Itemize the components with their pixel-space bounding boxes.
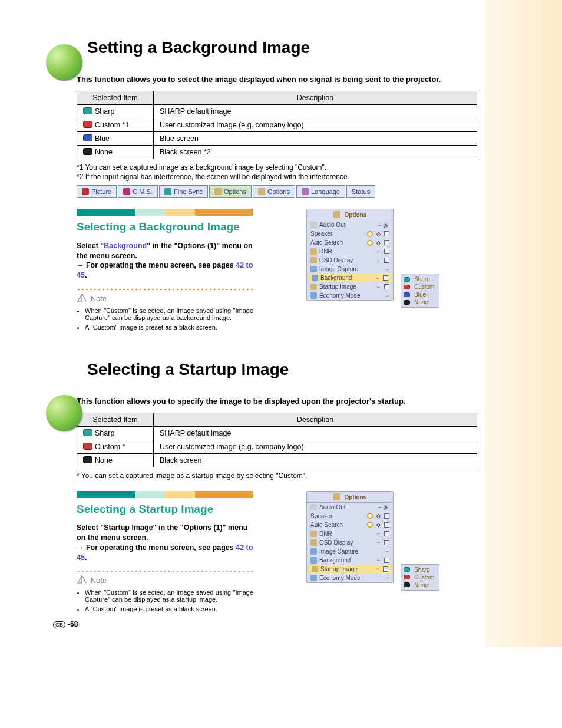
- table-row: Blue Blue screen: [77, 132, 477, 146]
- subheading-selecting-background: Selecting a Background Image: [77, 220, 253, 233]
- note-list-background: When "Custom" is selected, an image save…: [77, 307, 253, 331]
- checkbox-icon: [384, 513, 389, 519]
- list-item: A "Custom" image is preset as a black sc…: [85, 324, 253, 331]
- startup-icon: [310, 284, 317, 290]
- menu-tab-bar: Picture C.M.S. Fine Sync Options Options…: [77, 185, 509, 198]
- swatch-icon: [83, 121, 92, 128]
- section-bullet-icon: [46, 395, 82, 431]
- swatch-icon: [404, 277, 410, 282]
- th-selected-item: Selected Item: [77, 413, 154, 426]
- osd-screenshot-startup: Options Audio Out→ 🔊 Speaker◇ Auto Searc…: [306, 491, 394, 615]
- options-icon: [333, 211, 340, 218]
- footnote-startup: * You can set a captured image as a star…: [77, 471, 509, 480]
- page-number: -68: [68, 620, 78, 628]
- cms-icon: [123, 188, 130, 195]
- checkbox-icon: [384, 240, 389, 245]
- table-row: Sharp SHARP default image: [77, 105, 477, 118]
- table-background-options: Selected Item Description Sharp SHARP de…: [77, 91, 477, 159]
- swatch-icon: [404, 300, 410, 305]
- table-row: Sharp SHARP default image: [77, 426, 477, 440]
- tab-picture[interactable]: Picture: [77, 185, 117, 198]
- capture-icon: [310, 266, 317, 272]
- footnotes-background: *1 You can set a captured image as a bac…: [77, 163, 509, 182]
- gb-badge: GB: [53, 621, 65, 628]
- language-icon: [302, 188, 309, 195]
- toggle-icon: [367, 231, 373, 237]
- picture-icon: [82, 188, 89, 195]
- th-description: Description: [154, 91, 477, 105]
- list-item: A "Custom" image is preset as a black sc…: [85, 605, 253, 612]
- audio-icon: [310, 222, 317, 228]
- tab-finesync[interactable]: Fine Sync: [159, 185, 208, 198]
- options-icon: [333, 493, 340, 500]
- tab-options-2[interactable]: Options: [253, 185, 295, 198]
- heading-selecting-startup: Selecting a Startup Image: [87, 360, 509, 379]
- osd-icon: [310, 257, 317, 263]
- swatch-icon: [404, 575, 410, 579]
- tab-options-1[interactable]: Options: [209, 185, 252, 198]
- box-icon: [384, 284, 389, 289]
- table-row: None Black screen *2: [77, 146, 477, 159]
- color-bar-icon: [77, 491, 253, 498]
- link-background[interactable]: Background: [104, 242, 147, 250]
- box-icon: [384, 531, 389, 536]
- box-icon: [384, 258, 389, 263]
- dotted-divider: [77, 570, 253, 572]
- swatch-icon: [83, 148, 92, 155]
- note-heading: Note: [77, 293, 253, 304]
- osd-screenshot-background: Options Audio Out→ 🔊 Speaker◇ Auto Searc…: [306, 209, 394, 332]
- osd-icon: [310, 539, 317, 546]
- th-description: Description: [154, 413, 477, 426]
- swatch-icon: [83, 443, 92, 450]
- osd-popup-background: Sharp Custom Blue None: [401, 274, 439, 308]
- swatch-icon: [404, 567, 410, 572]
- audio-icon: [310, 504, 317, 510]
- swatch-icon: [83, 107, 92, 114]
- dnr-icon: [310, 531, 317, 537]
- list-item: When "Custom" is selected, an image save…: [85, 589, 253, 603]
- dnr-icon: [310, 248, 317, 255]
- color-bar-icon: [77, 209, 253, 216]
- economy-icon: [310, 292, 317, 299]
- box-icon: [384, 558, 389, 563]
- note-icon: [77, 575, 87, 585]
- economy-icon: [310, 575, 317, 581]
- list-item: When "Custom" is selected, an image save…: [85, 307, 253, 321]
- subheading-selecting-startup: Selecting a Startup Image: [77, 503, 253, 516]
- table-row: None Black screen: [77, 453, 477, 467]
- toggle-icon: [367, 522, 373, 528]
- startup-icon: [312, 566, 318, 572]
- checkbox-icon: [384, 231, 389, 236]
- swatch-icon: [83, 134, 92, 141]
- instruction-background: Select "Background" in the "Options (1)"…: [77, 241, 253, 281]
- background-icon: [310, 557, 317, 564]
- table-row: Custom *1 User customized image (e.g. co…: [77, 118, 477, 132]
- table-startup-options: Selected Item Description Sharp SHARP de…: [77, 413, 477, 467]
- box-icon: [383, 275, 388, 281]
- table-row: Custom * User customized image (e.g. com…: [77, 440, 477, 453]
- options-icon: [258, 188, 265, 195]
- swatch-icon: [404, 285, 410, 289]
- background-icon: [312, 275, 318, 281]
- box-icon: [384, 540, 389, 545]
- osd-popup-startup: Sharp Custom None: [401, 564, 439, 591]
- heading-setting-background: Setting a Background Image: [87, 38, 509, 57]
- intro-startup: This function allows you to specify the …: [77, 397, 509, 406]
- box-icon: [384, 249, 389, 254]
- capture-icon: [310, 548, 317, 555]
- options-icon: [214, 188, 222, 195]
- note-list-startup: When "Custom" is selected, an image save…: [77, 589, 253, 612]
- tab-cms[interactable]: C.M.S.: [118, 185, 158, 198]
- swatch-icon: [83, 456, 92, 463]
- th-selected-item: Selected Item: [77, 91, 154, 105]
- swatch-icon: [404, 582, 410, 587]
- checkbox-icon: [384, 522, 389, 528]
- section-bullet-icon: [46, 44, 82, 81]
- tab-language[interactable]: Language: [296, 185, 345, 198]
- tab-status[interactable]: Status: [346, 185, 375, 198]
- note-heading: Note: [77, 575, 253, 585]
- dotted-divider: [77, 288, 253, 291]
- toggle-icon: [367, 240, 373, 246]
- swatch-icon: [404, 292, 410, 297]
- swatch-icon: [83, 429, 92, 436]
